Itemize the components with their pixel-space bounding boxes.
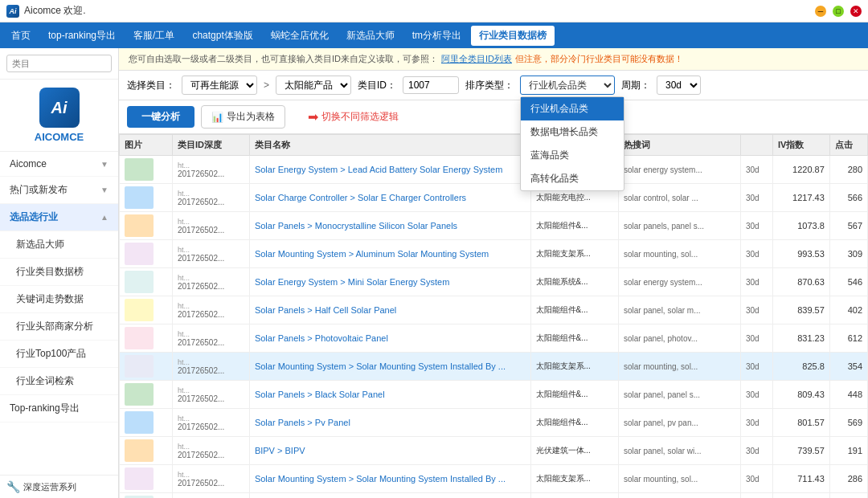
table-row-hotsearch: solar panel, pv pan... bbox=[618, 409, 740, 437]
minimize-button[interactable]: ─ bbox=[815, 6, 826, 17]
table-row-id: ht...201726502... bbox=[172, 437, 249, 465]
table-row-name[interactable]: Solar Panels > Photovoltaic Panel bbox=[249, 325, 530, 353]
nav-item-store[interactable]: 蜗蛇全店优化 bbox=[263, 26, 337, 46]
table-row-name[interactable]: BIPV > BIPV bbox=[249, 437, 530, 465]
table-row-click: 286 bbox=[829, 465, 867, 493]
nav-item-chatgpt[interactable]: chatgpt体验版 bbox=[184, 26, 260, 46]
table-row-cnname: 太阳能组件&... bbox=[530, 381, 618, 409]
table-row-period: 30d bbox=[740, 437, 772, 465]
dropdown-item-0[interactable]: 行业机会品类 bbox=[521, 97, 624, 120]
period-label: 周期： bbox=[621, 79, 650, 92]
close-button[interactable]: ✕ bbox=[850, 6, 862, 17]
table-row-cnname: 太阳能支架系... bbox=[530, 353, 618, 381]
nav-item-support[interactable]: 客服/工单 bbox=[125, 26, 182, 46]
table-row-hotsearch: solar panel, solar m... bbox=[618, 296, 740, 325]
col-id: 类目ID深度 bbox=[172, 135, 249, 156]
table-row-id: ht...201726502... bbox=[172, 325, 249, 353]
table-row-name[interactable]: Solar Panels > Monocrystalline Silicon S… bbox=[249, 212, 530, 240]
table-row-iv: 839.57 bbox=[772, 296, 829, 325]
dropdown-item-1[interactable]: 数据电增长品类 bbox=[521, 120, 624, 144]
dropdown-item-2[interactable]: 蓝海品类 bbox=[521, 144, 624, 167]
app-logo: Ai bbox=[6, 5, 19, 18]
info-bar: 您可自由选取一级或者二级类目，也可直接输入类目ID来自定义读取，可参照： 阿里全… bbox=[119, 48, 868, 71]
nav-item-tm[interactable]: tm分析导出 bbox=[404, 26, 469, 46]
sidebar-item-top100[interactable]: 行业Top100产品 bbox=[0, 341, 118, 368]
table-row-click: 546 bbox=[829, 268, 867, 296]
table-row-iv: 801.57 bbox=[772, 409, 829, 437]
sidebar-item-topranking[interactable]: Top-ranking导出 bbox=[0, 395, 118, 422]
table-row-click: 110 bbox=[829, 493, 867, 499]
content-area: 您可自由选取一级或者二级类目，也可直接输入类目ID来自定义读取，可参照： 阿里全… bbox=[119, 48, 868, 498]
table-row-name[interactable]: Solar Mounting System > Solar Mounting S… bbox=[249, 465, 530, 493]
table-container[interactable]: 图片 类目ID深度 类目名称 中文名称 热搜词 IV指数 点击 ht...201… bbox=[119, 134, 868, 498]
export-button[interactable]: 📊 导出为表格 bbox=[201, 105, 285, 129]
table-row-cnname: 太阳能组件&... bbox=[530, 212, 618, 240]
nav-item-home[interactable]: 首页 bbox=[3, 26, 39, 46]
nav-bar: 首页 top-ranking导出 客服/工单 chatgpt体验版 蜗蛇全店优化… bbox=[0, 22, 868, 48]
sidebar-item-topmerchant[interactable]: 行业头部商家分析 bbox=[0, 313, 118, 341]
sidebar-search-input[interactable] bbox=[6, 55, 112, 72]
sidebar-item-fullsearch[interactable]: 行业全词检索 bbox=[0, 368, 118, 395]
table-row-name[interactable]: Solar Mounting System > Solar Mounting S… bbox=[249, 353, 530, 381]
filter-arrow: > bbox=[264, 80, 269, 91]
sidebar-item-keywords[interactable]: 关键词走势数据 bbox=[0, 286, 118, 313]
table-row-name[interactable]: Solar Energy System > Mini Solar Energy … bbox=[249, 268, 530, 296]
table-row-hotsearch: solar panel cleaning... bbox=[618, 493, 740, 499]
table-row-hotsearch: solar panel, solar wi... bbox=[618, 437, 740, 465]
analyze-button[interactable]: 一键分析 bbox=[127, 106, 194, 128]
col-iv: IV指数 bbox=[772, 135, 829, 156]
title-bar-title: Aicomce 欢迎. bbox=[24, 4, 86, 18]
table-row-id: ht...201726502... bbox=[172, 381, 249, 409]
sidebar-item-newselection[interactable]: 新选品大师 bbox=[0, 231, 118, 259]
table-row-period: 30d bbox=[740, 325, 772, 353]
table-row-period: 30d bbox=[740, 493, 772, 499]
category1-select[interactable]: 可再生能源 bbox=[182, 76, 257, 95]
table-row-period: 30d bbox=[740, 184, 772, 212]
filter-bar: 选择类目： 可再生能源 > 太阳能产品 类目ID： 排序类型： 行业机会品类 数… bbox=[119, 71, 868, 100]
table-row-name[interactable]: Solar Panels > Half Cell Solar Panel bbox=[249, 296, 530, 325]
deep-ops-label: 深度运营系列 bbox=[23, 481, 76, 493]
switch-arrow-icon: ➡ bbox=[308, 109, 318, 124]
table-row-img bbox=[120, 409, 173, 437]
table-row-name[interactable]: Solar Panels > Black Solar Panel bbox=[249, 381, 530, 409]
table-row-id: ht...201726502... bbox=[172, 353, 249, 381]
table-row-iv: 993.53 bbox=[772, 240, 829, 268]
col-img: 图片 bbox=[120, 135, 173, 156]
sidebar-item-selection[interactable]: 选品选行业 ▲ bbox=[0, 204, 118, 231]
table-row-cnname: 组件清洗设备... bbox=[530, 493, 618, 499]
nav-item-topranking[interactable]: top-ranking导出 bbox=[40, 26, 124, 46]
table-row-name[interactable]: Panel Cleaning Machine > Panel Cleaning … bbox=[249, 493, 530, 499]
table-row-name[interactable]: Solar Charge Controller > Solar E Charge… bbox=[249, 184, 530, 212]
table-row-iv: 711.43 bbox=[772, 465, 829, 493]
table-row-name[interactable]: Solar Mounting System > Aluminum Solar M… bbox=[249, 240, 530, 268]
sidebar-item-hot[interactable]: 热门或新发布 ▼ bbox=[0, 177, 118, 204]
category2-select[interactable]: 太阳能产品 bbox=[276, 76, 351, 95]
nav-item-industry[interactable]: 行业类目数据榜 bbox=[471, 26, 555, 46]
switch-hint: ➡ 切换不同筛选逻辑 bbox=[308, 109, 399, 124]
sidebar-item-industrychart[interactable]: 行业类目数据榜 bbox=[0, 259, 118, 286]
export-label: 导出为表格 bbox=[227, 110, 275, 124]
sidebar-item-aicomce[interactable]: Aicomce ▼ bbox=[0, 152, 118, 177]
table-row-click: 566 bbox=[829, 184, 867, 212]
table-row-period: 30d bbox=[740, 465, 772, 493]
sort-select[interactable]: 行业机会品类 数据电增长品类 蓝海品类 高转化品类 bbox=[520, 76, 615, 95]
maximize-button[interactable]: □ bbox=[833, 6, 844, 17]
table-row-img bbox=[120, 184, 173, 212]
table-row-img bbox=[120, 268, 173, 296]
table-row-period: 30d bbox=[740, 296, 772, 325]
nav-item-newproduct[interactable]: 新选品大师 bbox=[338, 26, 403, 46]
table-row-period: 30d bbox=[740, 240, 772, 268]
info-link[interactable]: 阿里全类目ID列表 bbox=[441, 53, 512, 65]
table-row-period: 30d bbox=[740, 156, 772, 184]
table-row-cnname: 太阳能支架系... bbox=[530, 240, 618, 268]
table-row-click: 569 bbox=[829, 409, 867, 437]
table-row-iv: 870.63 bbox=[772, 268, 829, 296]
id-input[interactable] bbox=[403, 76, 459, 94]
period-select[interactable]: 30d 7d 90d bbox=[657, 76, 701, 95]
table-row-img bbox=[120, 353, 173, 381]
dropdown-item-3[interactable]: 高转化品类 bbox=[521, 167, 624, 190]
table-row-name[interactable]: Solar Energy System > Lead Acid Battery … bbox=[249, 156, 530, 184]
table-row-name[interactable]: Solar Panels > Pv Panel bbox=[249, 409, 530, 437]
table-row-period: 30d bbox=[740, 212, 772, 240]
table-row-img bbox=[120, 156, 173, 184]
